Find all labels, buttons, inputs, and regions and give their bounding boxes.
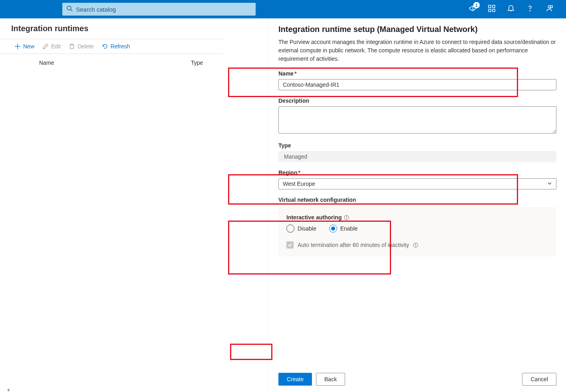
search-icon: [66, 5, 73, 13]
toolbar: New Edit Delete Refresh: [0, 39, 224, 54]
new-button[interactable]: New: [14, 43, 34, 50]
vnet-config-box: Interactive authoring Disable Enable Aut…: [278, 207, 556, 257]
description-input[interactable]: [278, 106, 556, 133]
highlight-create: [230, 344, 272, 360]
type-value: Managed: [278, 151, 556, 162]
description-label: Description: [278, 98, 556, 104]
refresh-label: Refresh: [111, 43, 130, 50]
cancel-button[interactable]: Cancel: [522, 373, 556, 386]
refresh-button[interactable]: Refresh: [102, 43, 130, 50]
header-icons: 1: [469, 4, 553, 14]
radio-circle-selected-icon: [329, 225, 337, 233]
vnet-label: Virtual network configuration: [278, 197, 556, 203]
search-box[interactable]: [62, 3, 256, 16]
back-button[interactable]: Back: [316, 373, 345, 386]
col-type[interactable]: Type: [191, 60, 203, 66]
radio-disable-label: Disable: [298, 225, 316, 232]
panel-footer: Create Back Cancel: [278, 373, 556, 386]
info-icon[interactable]: [344, 215, 349, 220]
top-header: 1: [0, 0, 566, 18]
left-pane: Integration runtimes New Edit Delete Ref…: [0, 18, 224, 72]
create-button[interactable]: Create: [278, 373, 312, 386]
svg-point-0: [67, 6, 71, 10]
type-label: Type: [278, 142, 556, 149]
region-group: Region* West Europe: [278, 169, 556, 189]
feedback-icon[interactable]: [545, 4, 553, 14]
delete-button: Delete: [69, 43, 93, 50]
svg-point-18: [415, 243, 416, 244]
radio-enable[interactable]: Enable: [329, 225, 358, 233]
name-label: Name*: [278, 70, 556, 77]
grid-icon[interactable]: [488, 4, 496, 14]
auto-termination-label: Auto termination after 60 minutes of ina…: [298, 242, 409, 248]
help-icon[interactable]: [526, 4, 534, 14]
megaphone-icon[interactable]: 1: [469, 4, 477, 14]
new-label: New: [23, 43, 34, 50]
search-input[interactable]: [76, 6, 252, 13]
table-header: Name Type: [0, 54, 224, 72]
name-group: Name*: [278, 70, 556, 90]
edit-button: Edit: [42, 43, 61, 50]
type-group: Type Managed: [278, 142, 556, 162]
chevron-down-icon: [547, 181, 552, 187]
notification-badge: 1: [473, 2, 480, 8]
region-value: West Europe: [283, 181, 315, 187]
scroll-left-icon[interactable]: [6, 386, 17, 390]
region-select[interactable]: West Europe: [278, 178, 556, 189]
interactive-authoring-label: Interactive authoring: [286, 214, 548, 221]
svg-marker-19: [7, 388, 9, 392]
panel-title: Integration runtime setup (Managed Virtu…: [278, 25, 556, 34]
radio-disable[interactable]: Disable: [286, 225, 316, 233]
page-title: Integration runtimes: [0, 18, 224, 39]
svg-point-6: [530, 10, 530, 11]
name-input[interactable]: [278, 79, 556, 90]
auto-termination-row: Auto termination after 60 minutes of ina…: [286, 241, 548, 249]
svg-rect-3: [493, 5, 495, 8]
svg-rect-10: [70, 45, 73, 49]
svg-rect-4: [489, 9, 491, 12]
edit-label: Edit: [51, 43, 61, 50]
auto-termination-checkbox: [286, 241, 294, 249]
delete-label: Delete: [77, 43, 93, 50]
svg-rect-2: [489, 5, 491, 8]
svg-point-15: [346, 216, 347, 216]
col-name[interactable]: Name: [39, 60, 191, 66]
region-label: Region*: [278, 169, 556, 176]
radio-group: Disable Enable: [286, 225, 548, 233]
radio-circle-icon: [286, 225, 294, 233]
svg-point-7: [548, 6, 550, 8]
radio-enable-label: Enable: [340, 225, 358, 232]
description-group: Description: [278, 98, 556, 135]
svg-rect-5: [493, 9, 495, 12]
bell-icon[interactable]: [507, 4, 515, 14]
panel-description: The Purview account manages the integrat…: [278, 38, 556, 63]
info-icon[interactable]: [413, 243, 418, 248]
svg-line-1: [71, 10, 72, 11]
setup-panel: Integration runtime setup (Managed Virtu…: [268, 18, 566, 392]
